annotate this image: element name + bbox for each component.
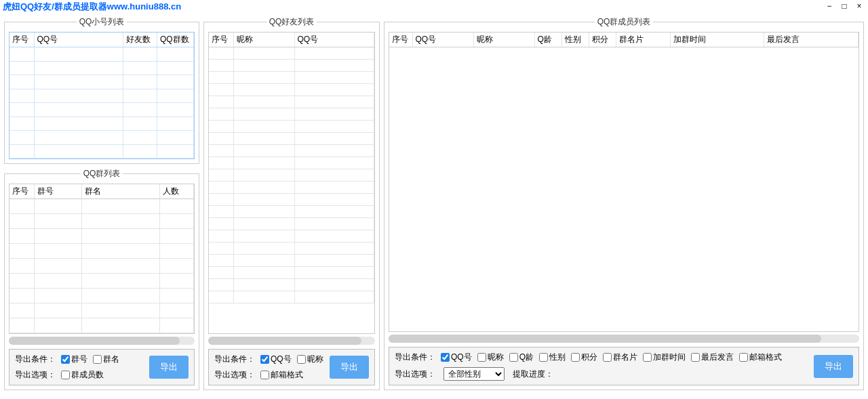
table-row[interactable]	[9, 144, 194, 159]
progress-label: 提取进度：	[513, 369, 553, 380]
table-row[interactable]	[209, 60, 374, 72]
minimize-icon[interactable]: −	[825, 1, 834, 11]
accounts-grid[interactable]: 序号 QQ号 好友数 QQ群数	[9, 32, 195, 159]
col-seq[interactable]: 序号	[389, 33, 412, 47]
maximize-icon[interactable]: □	[840, 1, 849, 11]
export-cond-label: 导出条件：	[214, 354, 255, 365]
table-row[interactable]	[209, 194, 374, 206]
chk-score[interactable]: 积分	[571, 352, 597, 363]
col-qq[interactable]: QQ号	[34, 33, 123, 47]
col-seq[interactable]: 序号	[9, 184, 34, 199]
table-row[interactable]	[9, 117, 194, 131]
col-seq[interactable]: 序号	[209, 33, 233, 47]
table-row[interactable]	[209, 157, 374, 169]
table-row[interactable]	[9, 75, 194, 89]
table-row[interactable]	[209, 121, 374, 133]
export-members-button[interactable]: 导出	[814, 355, 853, 378]
groups-grid[interactable]: 序号 群号 群名 人数	[9, 184, 195, 334]
table-row[interactable]	[209, 169, 374, 182]
export-friends-button[interactable]: 导出	[330, 356, 369, 379]
chk-qage[interactable]: Q龄	[509, 352, 534, 363]
table-row[interactable]	[209, 206, 374, 218]
table-row[interactable]	[209, 291, 374, 303]
col-people[interactable]: 人数	[160, 184, 194, 199]
members-panel: QQ群成员列表 序号 QQ号 昵称 Q龄 性别 积分 群名片 加群时间 最后发言	[384, 16, 864, 390]
table-row[interactable]	[9, 229, 194, 244]
col-qage[interactable]: Q龄	[534, 33, 561, 47]
friends-scrollbar[interactable]	[208, 337, 375, 345]
table-row[interactable]	[209, 108, 374, 121]
chk-card[interactable]: 群名片	[603, 352, 637, 363]
table-row[interactable]	[209, 145, 374, 157]
col-score[interactable]: 积分	[589, 33, 616, 47]
col-seq[interactable]: 序号	[9, 33, 34, 47]
col-qq[interactable]: QQ号	[412, 33, 473, 47]
table-row[interactable]	[209, 84, 374, 96]
table-row[interactable]	[9, 131, 194, 145]
table-row[interactable]	[209, 255, 374, 267]
table-row[interactable]	[9, 61, 194, 75]
col-groupno[interactable]: 群号	[34, 184, 81, 199]
table-row[interactable]	[209, 133, 374, 145]
table-row[interactable]	[209, 72, 374, 84]
table-row[interactable]	[9, 274, 194, 289]
table-row[interactable]	[209, 182, 374, 194]
chk-membercount[interactable]: 群成员数	[61, 369, 104, 381]
col-lastspeak[interactable]: 最后发言	[764, 33, 859, 47]
export-opt-label: 导出选项：	[214, 369, 255, 381]
table-row[interactable]	[209, 218, 374, 230]
chk-qq[interactable]: QQ号	[260, 354, 292, 365]
members-title: QQ群成员列表	[595, 16, 654, 28]
col-friends[interactable]: 好友数	[123, 33, 157, 47]
friends-panel: QQ好友列表 序号 昵称 QQ号	[203, 16, 380, 390]
app-title: 虎妞QQ好友/群成员提取器www.huniu888.cn	[3, 1, 181, 13]
gender-select[interactable]: 全部性别	[443, 367, 505, 381]
friends-grid[interactable]: 序号 昵称 QQ号	[208, 32, 375, 334]
col-nick[interactable]: 昵称	[473, 33, 534, 47]
col-groupcount[interactable]: QQ群数	[157, 33, 194, 47]
export-opt-label: 导出选项：	[15, 369, 56, 381]
table-row[interactable]	[9, 259, 194, 274]
table-row[interactable]	[209, 96, 374, 108]
export-cond-label: 导出条件：	[395, 352, 435, 363]
table-row[interactable]	[209, 243, 374, 255]
table-row[interactable]	[389, 47, 859, 332]
chk-mail[interactable]: 邮箱格式	[739, 352, 782, 363]
table-row[interactable]	[209, 230, 374, 243]
col-jointime[interactable]: 加群时间	[670, 33, 764, 47]
col-groupname[interactable]: 群名	[81, 184, 160, 199]
members-grid[interactable]: 序号 QQ号 昵称 Q龄 性别 积分 群名片 加群时间 最后发言	[389, 32, 859, 332]
groups-export: 导出条件： 群号 群名 导出选项： 群成员数 导出	[9, 349, 195, 385]
table-row[interactable]	[9, 199, 194, 214]
col-qq[interactable]: QQ号	[294, 33, 374, 47]
table-row[interactable]	[9, 244, 194, 259]
table-row[interactable]	[209, 279, 374, 291]
close-icon[interactable]: ×	[854, 1, 864, 11]
export-groups-button[interactable]: 导出	[149, 356, 189, 379]
table-row[interactable]	[9, 318, 194, 333]
table-row[interactable]	[209, 47, 374, 60]
col-card[interactable]: 群名片	[616, 33, 670, 47]
chk-gender[interactable]: 性别	[539, 352, 566, 363]
friends-title: QQ好友列表	[267, 16, 317, 28]
chk-qq[interactable]: QQ号	[441, 352, 472, 363]
table-row[interactable]	[9, 47, 194, 62]
table-row[interactable]	[209, 267, 374, 279]
chk-groupno[interactable]: 群号	[61, 354, 87, 365]
groups-title: QQ群列表	[81, 168, 123, 180]
col-nick[interactable]: 昵称	[233, 33, 294, 47]
table-row[interactable]	[9, 103, 194, 117]
table-row[interactable]	[9, 214, 194, 229]
table-row[interactable]	[9, 303, 194, 318]
chk-nick[interactable]: 昵称	[297, 354, 323, 365]
chk-jointime[interactable]: 加群时间	[643, 352, 686, 363]
col-gender[interactable]: 性别	[561, 33, 589, 47]
table-row[interactable]	[9, 89, 194, 103]
chk-mail[interactable]: 邮箱格式	[260, 369, 303, 381]
members-scrollbar[interactable]	[389, 335, 859, 343]
table-row[interactable]	[9, 289, 194, 303]
groups-scrollbar[interactable]	[9, 337, 195, 345]
chk-nick[interactable]: 昵称	[477, 352, 504, 363]
chk-groupname[interactable]: 群名	[93, 354, 119, 365]
chk-lastspeak[interactable]: 最后发言	[691, 352, 734, 363]
